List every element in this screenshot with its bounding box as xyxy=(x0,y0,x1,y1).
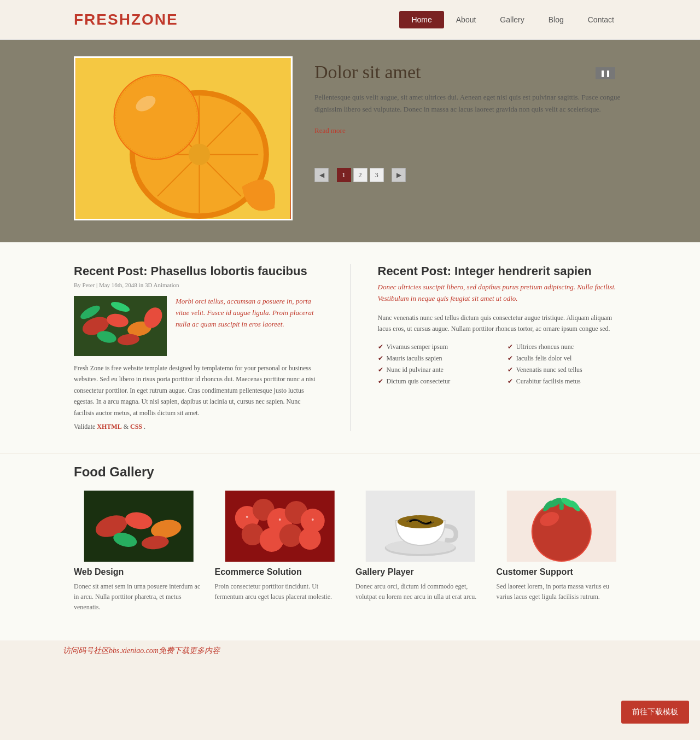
hero-next-button[interactable]: ▶ xyxy=(392,168,406,182)
posts-divider xyxy=(350,264,351,431)
hero-page-1[interactable]: 1 xyxy=(337,168,351,182)
post-left-excerpt-wrapper: Morbi orci tellus, accumsan a posuere in… xyxy=(176,296,323,356)
logo: FRESHZONE xyxy=(74,11,178,28)
hero-body: Pellentesque quis velit augue, sit amet … xyxy=(314,91,626,115)
gallery-item-4-desc: Sed laoreet lorem, in porta massa varius… xyxy=(497,581,627,602)
header: FRESHZONE Home About Gallery Blog Contac… xyxy=(0,0,700,40)
xhtml-link[interactable]: XHTML xyxy=(97,423,121,430)
post-right-body: Nunc venenatis nunc sed tellus dictum qu… xyxy=(378,312,627,335)
post-left-validate: Validate XHTML & CSS . xyxy=(74,423,323,431)
css-link[interactable]: CSS xyxy=(130,423,142,430)
post-left: Recent Post: Phasellus lobortis faucibus… xyxy=(74,264,323,431)
check-icon: ✔ xyxy=(378,354,383,363)
post-right-excerpt: Donec ultricies suscipit libero, sed dap… xyxy=(378,282,627,305)
hero-page-2[interactable]: 2 xyxy=(353,168,368,182)
svg-point-38 xyxy=(278,518,281,521)
logo-zone: ZONE xyxy=(131,11,178,28)
gallery-grid: Web Design Donec sit amet sem in urna po… xyxy=(74,491,626,613)
gallery-img-2 xyxy=(215,491,345,562)
logo-fresh: FRESH xyxy=(74,11,131,28)
check-icon: ✔ xyxy=(378,343,383,351)
check-icon: ✔ xyxy=(508,343,513,351)
post-left-meta: By Peter | May 16th, 2048 in 3D Animatio… xyxy=(74,282,323,288)
svg-point-7 xyxy=(189,144,210,165)
post-left-thumb xyxy=(74,296,167,356)
gallery-item-3-desc: Donec arcu orci, dictum id commodo eget,… xyxy=(355,581,486,602)
gallery-title: Food Gallery xyxy=(74,464,626,480)
check-icon: ✔ xyxy=(508,366,513,374)
checklist-item: ✔ Curabitur facilisis metus xyxy=(508,377,626,386)
gallery-item-4: Customer Support Sed laoreet lorem, in p… xyxy=(497,491,627,613)
check-icon: ✔ xyxy=(508,377,513,386)
checklist-item: ✔ Venenatis nunc sed tellus xyxy=(508,366,626,374)
watermark-text: 访问码号社区bbs.xieniao.com免费下载更多内容 xyxy=(63,646,637,656)
gallery-section: Food Gallery Web Design Donec sit amet s… xyxy=(0,453,700,640)
nav-contact[interactable]: Contact xyxy=(576,11,626,28)
post-right: Recent Post: Integer hendrerit sapien Do… xyxy=(378,264,627,431)
main-section: Recent Post: Phasellus lobortis faucibus… xyxy=(0,242,700,453)
hero-read-more[interactable]: Read more xyxy=(314,126,346,135)
svg-point-9 xyxy=(115,75,199,159)
gallery-item-4-title: Customer Support xyxy=(497,567,627,577)
checklist-item: ✔ Mauris iaculis sapien xyxy=(378,354,497,363)
check-icon: ✔ xyxy=(378,366,383,374)
gallery-img-4 xyxy=(497,491,627,562)
gallery-item-3-title: Gallery Player xyxy=(355,567,486,577)
gallery-item-1-desc: Donec sit amet sem in urna posuere inter… xyxy=(74,581,204,613)
check-icon: ✔ xyxy=(508,354,513,363)
svg-point-36 xyxy=(299,528,320,550)
hero-image xyxy=(74,56,293,220)
nav-home[interactable]: Home xyxy=(399,11,444,28)
post-left-excerpt: Morbi orci tellus, accumsan a posuere in… xyxy=(176,296,323,330)
post-right-title: Recent Post: Integer hendrerit sapien xyxy=(378,264,627,278)
hero-title: Dolor sit amet xyxy=(314,62,626,83)
gallery-item-2: Ecommerce Solution Proin consectetur por… xyxy=(215,491,345,613)
hero-pagination: ◀ 1 2 3 ▶ xyxy=(314,168,626,182)
checklist-item: ✔ Iaculis felis dolor vel xyxy=(508,354,626,363)
hero-page-3[interactable]: 3 xyxy=(370,168,384,182)
check-icon: ✔ xyxy=(378,377,383,386)
gallery-item-3: Gallery Player Donec arcu orci, dictum i… xyxy=(355,491,486,613)
hero-section: ❚❚ Dolor sit amet Pellentesque quis veli… xyxy=(0,40,700,242)
gallery-item-1: Web Design Donec sit amet sem in urna po… xyxy=(74,491,204,613)
checklist-item: ✔ Dictum quis consectetur xyxy=(378,377,497,386)
post-left-inner: Morbi orci tellus, accumsan a posuere in… xyxy=(74,296,323,356)
svg-point-35 xyxy=(279,524,302,547)
svg-point-46 xyxy=(532,503,590,561)
hero-prev-button[interactable]: ◀ xyxy=(314,168,329,182)
gallery-item-2-title: Ecommerce Solution xyxy=(215,567,345,577)
post-right-checklist: ✔ Vivamus semper ipsum ✔ Ultrices rhoncu… xyxy=(378,343,627,386)
checklist-item: ✔ Vivamus semper ipsum xyxy=(378,343,497,351)
gallery-item-1-title: Web Design xyxy=(74,567,204,577)
checklist-item: ✔ Ultrices rhoncus nunc xyxy=(508,343,626,351)
main-nav: Home About Gallery Blog Contact xyxy=(399,11,626,28)
post-left-body: Fresh Zone is free website template desi… xyxy=(74,363,323,418)
svg-point-37 xyxy=(246,516,248,518)
nav-about[interactable]: About xyxy=(444,11,488,28)
post-left-title: Recent Post: Phasellus lobortis faucibus xyxy=(74,264,323,278)
gallery-item-2-desc: Proin consectetur porttitor tincidunt. U… xyxy=(215,581,345,602)
nav-gallery[interactable]: Gallery xyxy=(488,11,536,28)
gallery-img-3 xyxy=(355,491,486,562)
footer-note: 访问码号社区bbs.xieniao.com免费下载更多内容 xyxy=(0,640,700,661)
checklist-item: ✔ Nunc id pulvinar ante xyxy=(378,366,497,374)
hero-content: ❚❚ Dolor sit amet Pellentesque quis veli… xyxy=(314,56,626,182)
gallery-img-1 xyxy=(74,491,204,562)
pause-button[interactable]: ❚❚ xyxy=(596,67,615,79)
svg-point-39 xyxy=(311,518,313,521)
nav-blog[interactable]: Blog xyxy=(536,11,576,28)
